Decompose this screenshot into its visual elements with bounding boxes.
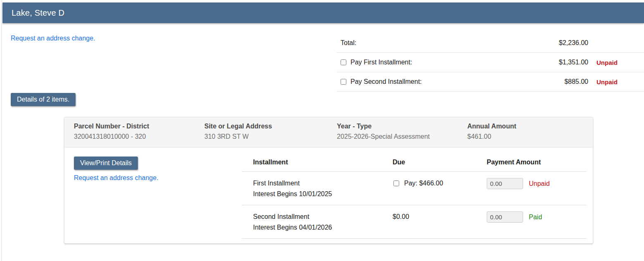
- address-change-link[interactable]: Request an address change.: [11, 35, 95, 42]
- due-column-header: Due: [393, 159, 487, 166]
- payment-amount-input[interactable]: [487, 178, 523, 189]
- parcel-card: Parcel Number - District 320041318010000…: [64, 117, 593, 244]
- parcel-card-body: View/Print Details Request an address ch…: [64, 147, 593, 244]
- installment-status: Unpaid: [529, 178, 550, 189]
- due-amount: $0.00: [393, 211, 409, 222]
- total-label: Total:: [341, 39, 530, 47]
- first-installment-status: Unpaid: [588, 59, 644, 66]
- parcel-number-value: 320041318010000 - 320: [74, 133, 204, 140]
- year-type-column: Year - Type 2025-2026-Special Assessment: [337, 123, 467, 140]
- installment-table-header: Installment Due Payment Amount: [242, 158, 587, 172]
- parcel-card-header: Parcel Number - District 320041318010000…: [64, 117, 593, 147]
- total-row: Total: $2,236.00: [336, 33, 644, 53]
- installment-status: Paid: [529, 211, 542, 223]
- second-installment-amount: $885.00: [530, 78, 588, 85]
- page-left-border: [1, 0, 2, 261]
- pay-installment-checkbox[interactable]: [393, 180, 399, 186]
- year-type-value: 2025-2026-Special Assessment: [337, 133, 467, 140]
- first-installment-amount: $1,351.00: [530, 59, 588, 66]
- account-name: Lake, Steve D: [12, 8, 64, 18]
- pay-first-installment-checkbox[interactable]: [341, 59, 346, 65]
- site-address-label: Site or Legal Address: [204, 123, 337, 130]
- installment-name: Second Installment: [253, 211, 393, 222]
- installment-table: Installment Due Payment Amount First Ins…: [242, 158, 587, 239]
- site-address-column: Site or Legal Address 310 3RD ST W: [204, 123, 337, 140]
- site-address-value: 310 3RD ST W: [204, 133, 337, 140]
- second-installment-table-row: Second Installment Interest Begins 04/01…: [242, 205, 587, 239]
- due-amount: Pay: $466.00: [404, 178, 443, 189]
- totals-table: Total: $2,236.00 Pay First Installment: …: [336, 33, 644, 92]
- annual-amount-label: Annual Amount: [467, 123, 593, 130]
- installment-name: First Installment: [253, 178, 393, 189]
- year-type-label: Year - Type: [337, 123, 467, 130]
- second-installment-label: Pay Second Installment:: [350, 78, 530, 85]
- first-installment-row: Pay First Installment: $1,351.00 Unpaid: [336, 53, 644, 72]
- details-button[interactable]: Details of 2 items.: [11, 93, 76, 106]
- payment-amount-input[interactable]: [487, 211, 523, 223]
- first-installment-table-row: First Installment Interest Begins 10/01/…: [242, 172, 587, 205]
- annual-amount-value: $461.00: [467, 133, 593, 140]
- interest-begins: Interest Begins 10/01/2025: [253, 189, 393, 199]
- interest-begins: Interest Begins 04/01/2026: [253, 222, 393, 233]
- second-installment-status: Unpaid: [588, 78, 644, 85]
- first-installment-label: Pay First Installment:: [350, 59, 530, 66]
- installment-column-header: Installment: [253, 159, 393, 166]
- parcel-number-column: Parcel Number - District 320041318010000…: [74, 123, 204, 140]
- payment-amount-column-header: Payment Amount: [487, 159, 587, 166]
- pay-second-installment-checkbox[interactable]: [341, 79, 346, 85]
- address-change-link-card[interactable]: Request an address change.: [74, 174, 159, 182]
- annual-amount-column: Annual Amount $461.00: [467, 123, 593, 140]
- total-amount: $2,236.00: [530, 39, 588, 47]
- parcel-number-label: Parcel Number - District: [74, 123, 204, 130]
- view-print-details-button[interactable]: View/Print Details: [74, 157, 138, 170]
- second-installment-row: Pay Second Installment: $885.00 Unpaid: [336, 72, 644, 92]
- account-header-bar: Lake, Steve D: [2, 2, 644, 23]
